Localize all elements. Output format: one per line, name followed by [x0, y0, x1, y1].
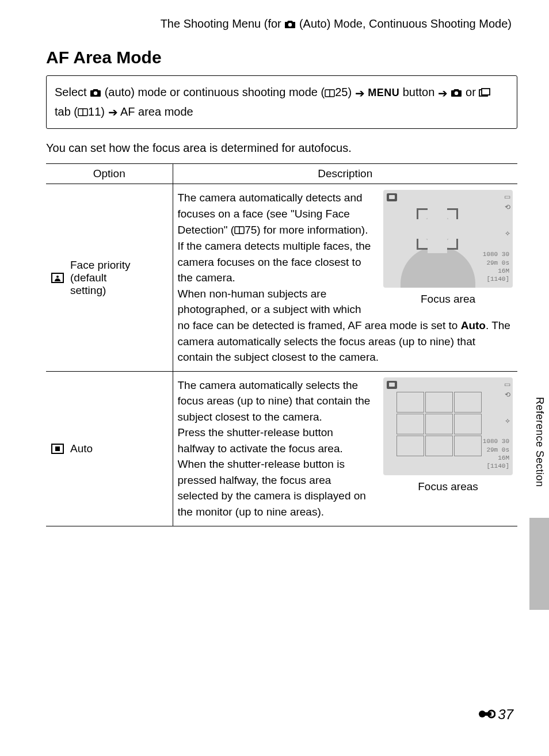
- lcd-readouts: 1080 30 29m 0s 16M [1140]: [483, 250, 509, 283]
- lcd-preview: ▭ ⟲ ✧ 1080 30 29m 0s 16M: [383, 190, 513, 288]
- page-number: 37: [478, 707, 513, 723]
- mode-indicator-icon: [387, 381, 397, 389]
- menu-button-label: MENU: [368, 87, 399, 98]
- option-label: Auto: [70, 442, 93, 455]
- intro-text: You can set how the focus area is determ…: [46, 139, 517, 156]
- page-ref-icon: [325, 84, 335, 102]
- section-title: AF Area Mode: [46, 48, 517, 67]
- status-icons: ▭ ⟲ ✧: [504, 381, 510, 425]
- camera-icon: [451, 84, 462, 102]
- battery-icon: ▭: [504, 193, 510, 200]
- mode-indicator-icon: [387, 193, 397, 201]
- svg-point-10: [56, 276, 59, 278]
- vr-icon: ✧: [505, 418, 510, 425]
- svg-rect-17: [482, 712, 491, 716]
- screen-caption: Focus area: [383, 291, 513, 307]
- lcd-readouts: 1080 30 29m 0s 16M [1140]: [483, 437, 509, 470]
- lcd-preview: ▭ ⟲ ✧ 1080 30: [383, 377, 513, 475]
- side-section-label: Reference Section: [533, 397, 546, 487]
- camera-icon: [90, 84, 101, 102]
- af-mode-table: Option Description Face priority (defaul…: [46, 163, 517, 526]
- face-priority-icon: [51, 272, 64, 284]
- svg-point-0: [288, 23, 292, 26]
- page-ref-icon: [78, 103, 88, 121]
- arrow-right-icon: ➔: [438, 84, 448, 102]
- camera-icon: [284, 18, 296, 32]
- af-icon: ⟲: [505, 391, 510, 398]
- reference-link-icon: [478, 707, 495, 723]
- arrow-right-icon: ➔: [108, 103, 118, 121]
- svg-rect-14: [55, 446, 60, 451]
- nine-area-grid: [396, 391, 482, 457]
- vr-icon: ✧: [505, 230, 510, 237]
- example-screen: ▭ ⟲ ✧ 1080 30 29m 0s 16M: [383, 190, 513, 307]
- focus-frame: [417, 208, 458, 250]
- page-header: The Shooting Menu (for (Auto) Mode, Cont…: [46, 17, 517, 32]
- svg-rect-6: [482, 89, 490, 95]
- column-header-description: Description: [173, 164, 517, 184]
- table-row: Face priority (default setting) ▭: [46, 184, 517, 371]
- header-prefix: The Shooting Menu (for: [161, 17, 285, 30]
- continuous-mode-icon: [479, 84, 490, 102]
- screen-caption: Focus areas: [383, 479, 513, 495]
- battery-icon: ▭: [504, 381, 510, 388]
- navigation-path-box: Select (auto) mode or continuous shootin…: [46, 75, 517, 129]
- svg-point-1: [94, 91, 97, 95]
- header-mode-label: (Auto) Mode, Continuous Shooting Mode): [296, 17, 512, 30]
- example-screen: ▭ ⟲ ✧ 1080 30: [383, 377, 513, 495]
- auto-area-icon: [51, 444, 64, 454]
- af-icon: ⟲: [505, 204, 510, 211]
- page-ref-icon: [234, 223, 245, 239]
- arrow-right-icon: ➔: [355, 84, 365, 102]
- status-icons: ▭ ⟲ ✧: [504, 193, 510, 237]
- side-thumb-tab: [529, 518, 549, 610]
- table-row: Auto ▭ ⟲ ✧: [46, 371, 517, 526]
- svg-point-4: [455, 91, 458, 95]
- option-label: Face priority (default setting): [70, 259, 131, 297]
- column-header-option: Option: [46, 164, 173, 184]
